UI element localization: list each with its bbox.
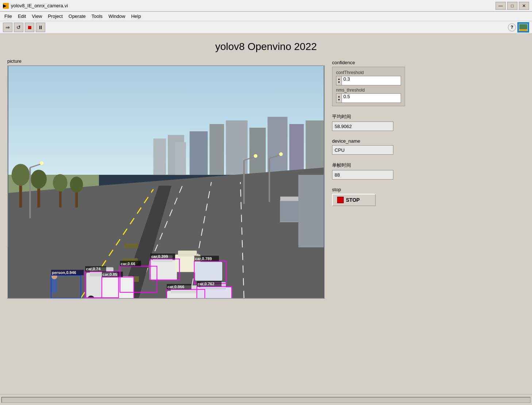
svg-text:car,0.66: car,0.66 xyxy=(121,262,135,266)
menu-project[interactable]: Project xyxy=(45,13,65,20)
svg-rect-62 xyxy=(178,251,197,256)
frame-time-section: 单帧时间 88 xyxy=(332,162,412,180)
scrollbar-track[interactable] xyxy=(1,397,531,403)
right-panel: confidence confThreshold ▲ ▼ 0.3 nms_thr… xyxy=(332,58,412,390)
svg-rect-63 xyxy=(195,262,223,281)
svg-rect-52 xyxy=(102,276,134,298)
help-button[interactable]: ? xyxy=(508,23,516,31)
window-title: yolov8_IE_onnx_camera.vi xyxy=(11,3,68,8)
svg-rect-67 xyxy=(298,175,324,247)
svg-rect-23 xyxy=(124,244,138,248)
svg-rect-4 xyxy=(190,131,208,175)
conf-threshold-input-group: ▲ ▼ 0.3 xyxy=(336,76,401,85)
svg-rect-2 xyxy=(519,29,527,31)
device-value: CPU xyxy=(332,145,393,155)
toolbar-icon-box xyxy=(517,22,529,32)
menu-help[interactable]: Help xyxy=(128,13,144,20)
nms-threshold-input[interactable]: 0.5 xyxy=(342,93,401,103)
svg-rect-8 xyxy=(267,117,288,175)
confidence-label: confidence xyxy=(332,60,412,65)
page-title: yolov8 Openvino 2022 xyxy=(7,41,525,53)
confidence-group: confThreshold ▲ ▼ 0.3 nms_threshold ▲ ▼ xyxy=(332,67,405,106)
svg-text:car,0.399: car,0.399 xyxy=(151,254,168,259)
avg-time-value: 58.9062 xyxy=(332,122,393,131)
run-arrow-button[interactable]: ⇒ xyxy=(3,23,12,32)
menu-window[interactable]: Window xyxy=(105,13,128,20)
conf-threshold-label: confThreshold xyxy=(336,70,401,75)
svg-point-40 xyxy=(279,153,283,156)
menu-tools[interactable]: Tools xyxy=(89,13,105,20)
svg-rect-13 xyxy=(175,142,186,175)
svg-point-29 xyxy=(53,174,68,192)
svg-rect-9 xyxy=(289,124,304,175)
nms-threshold-label: nms_threshold xyxy=(336,88,401,93)
svg-point-25 xyxy=(12,164,30,186)
svg-text:car,0.74: car,0.74 xyxy=(86,267,101,271)
menu-edit[interactable]: Edit xyxy=(15,13,29,20)
svg-rect-10 xyxy=(306,120,324,175)
title-bar: ▶ yolov8_IE_onnx_camera.vi — □ ✕ xyxy=(0,0,532,12)
toolbar: ⇒ ↺ ⏹ ⏸ ? xyxy=(0,21,532,34)
stop-button[interactable]: STOP xyxy=(332,194,376,206)
close-button[interactable]: ✕ xyxy=(519,2,529,10)
menu-operate[interactable]: Operate xyxy=(66,13,89,20)
device-section: device_name CPU xyxy=(332,138,412,155)
svg-rect-64 xyxy=(52,278,57,293)
menu-bar: File Edit View Project Operate Tools Win… xyxy=(0,12,532,21)
device-label: device_name xyxy=(332,138,412,144)
svg-text:car,0.762: car,0.762 xyxy=(197,282,214,286)
svg-point-37 xyxy=(254,154,257,158)
conf-threshold-input[interactable]: 0.3 xyxy=(342,76,401,85)
svg-rect-7 xyxy=(250,128,266,175)
picture-label: picture xyxy=(7,58,325,64)
svg-rect-5 xyxy=(209,124,224,175)
pause-button[interactable]: ⏸ xyxy=(36,23,45,32)
svg-text:car,0.866: car,0.866 xyxy=(167,285,184,289)
menu-view[interactable]: View xyxy=(29,13,45,20)
avg-time-section: 平均时间 58.9062 xyxy=(332,113,412,131)
bottom-bar xyxy=(0,394,532,405)
svg-text:person,0.946: person,0.946 xyxy=(52,270,76,275)
stop-button-label: STOP xyxy=(346,197,360,203)
svg-text:car,0.789: car,0.789 xyxy=(195,256,212,261)
nms-spinner[interactable]: ▲ ▼ xyxy=(336,93,342,103)
svg-point-27 xyxy=(31,170,47,189)
picture-frame: car,0.864 person,0.946 car,0.74 car,0. xyxy=(7,65,325,299)
svg-text:car,0.85: car,0.85 xyxy=(103,272,117,277)
main-content: yolov8 Openvino 2022 picture xyxy=(0,34,532,394)
stop-section: stop STOP xyxy=(332,187,412,206)
stop-indicator xyxy=(337,197,344,203)
stop-toolbar-button[interactable]: ⏹ xyxy=(25,23,34,32)
minimize-button[interactable]: — xyxy=(496,2,506,10)
svg-point-31 xyxy=(70,177,83,193)
confidence-section: confidence confThreshold ▲ ▼ 0.3 nms_thr… xyxy=(332,60,412,106)
avg-time-label: 平均时间 xyxy=(332,113,412,120)
svg-rect-11 xyxy=(153,139,166,175)
stop-label: stop xyxy=(332,187,412,192)
svg-rect-1 xyxy=(519,24,527,29)
conf-spinner[interactable]: ▲ ▼ xyxy=(336,76,342,85)
frame-time-label: 单帧时间 xyxy=(332,162,412,169)
nms-threshold-input-group: ▲ ▼ 0.5 xyxy=(336,93,401,103)
frame-time-value: 88 xyxy=(332,170,393,180)
menu-file[interactable]: File xyxy=(1,13,15,20)
picture-panel: picture xyxy=(7,58,325,390)
maximize-button[interactable]: □ xyxy=(507,2,517,10)
svg-point-34 xyxy=(40,161,43,165)
svg-rect-59 xyxy=(150,260,177,280)
app-icon: ▶ xyxy=(3,3,9,9)
run-loop-button[interactable]: ↺ xyxy=(14,23,23,32)
